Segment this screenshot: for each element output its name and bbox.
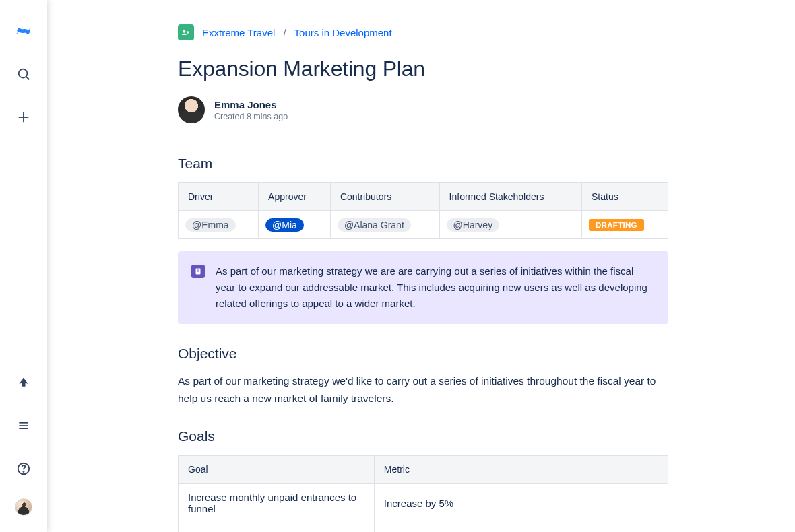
breadcrumb-separator: / bbox=[283, 27, 286, 38]
svg-point-9 bbox=[183, 30, 185, 33]
th-metric: Metric bbox=[374, 456, 668, 484]
author-name: Emma Jones bbox=[214, 99, 288, 110]
svg-line-1 bbox=[26, 77, 29, 79]
byline: Emma Jones Created 8 mins ago bbox=[178, 96, 668, 123]
help-icon[interactable] bbox=[10, 455, 37, 482]
main-content: Exxtreme Travel / Tours in Development E… bbox=[47, 0, 795, 532]
section-goals-heading: Goals bbox=[178, 428, 668, 444]
global-sidebar bbox=[0, 0, 47, 532]
confluence-logo-icon[interactable] bbox=[10, 18, 37, 44]
mention-contributor[interactable]: @Alana Grant bbox=[338, 218, 411, 232]
table-row: Increase monthly signups Increase by 5% bbox=[179, 523, 668, 532]
th-contributors: Contributors bbox=[330, 183, 439, 211]
section-team-heading: Team bbox=[178, 156, 668, 172]
mention-driver[interactable]: @Emma bbox=[185, 218, 236, 232]
table-row: Increase monthly unpaid entrances to fun… bbox=[179, 484, 668, 523]
goal-cell: Increase monthly unpaid entrances to fun… bbox=[179, 484, 375, 523]
breadcrumb-space[interactable]: Exxtreme Travel bbox=[202, 27, 275, 38]
th-approver: Approver bbox=[259, 183, 331, 211]
th-goal: Goal bbox=[179, 456, 375, 484]
svg-point-8 bbox=[23, 471, 24, 472]
space-icon[interactable] bbox=[178, 24, 194, 40]
team-table: Driver Approver Contributors Informed St… bbox=[178, 182, 668, 239]
author-avatar[interactable] bbox=[178, 96, 205, 123]
info-panel-text: As part of our marketing strategy we are… bbox=[216, 263, 655, 312]
status-badge: DRAFTING bbox=[589, 219, 644, 231]
info-panel: As part of our marketing strategy we are… bbox=[178, 251, 668, 324]
section-objective-heading: Objective bbox=[178, 345, 668, 362]
objective-text: As part of our marketing strategy we'd l… bbox=[178, 372, 668, 407]
page-title: Expansion Marketing Plan bbox=[178, 57, 668, 81]
create-icon[interactable] bbox=[10, 104, 37, 131]
mention-approver[interactable]: @Mia bbox=[265, 218, 304, 232]
user-avatar[interactable] bbox=[15, 498, 32, 516]
search-icon[interactable] bbox=[10, 61, 37, 88]
th-driver: Driver bbox=[179, 183, 259, 211]
breadcrumb: Exxtreme Travel / Tours in Development bbox=[178, 24, 668, 40]
goals-table: Goal Metric Increase monthly unpaid entr… bbox=[178, 455, 668, 532]
goal-cell: Increase monthly signups bbox=[179, 523, 375, 532]
svg-point-0 bbox=[19, 69, 28, 78]
notification-icon[interactable] bbox=[10, 369, 37, 396]
th-informed: Informed Stakeholders bbox=[439, 183, 581, 211]
metric-cell: Increase by 5% bbox=[374, 523, 668, 532]
metric-cell: Increase by 5% bbox=[374, 484, 668, 523]
breadcrumb-parent[interactable]: Tours in Development bbox=[294, 27, 392, 38]
mention-informed[interactable]: @Harvey bbox=[447, 218, 500, 232]
note-icon bbox=[191, 265, 205, 278]
th-status: Status bbox=[582, 183, 668, 211]
created-meta: Created 8 mins ago bbox=[214, 112, 288, 121]
svg-point-10 bbox=[187, 31, 189, 33]
menu-icon[interactable] bbox=[10, 412, 37, 439]
